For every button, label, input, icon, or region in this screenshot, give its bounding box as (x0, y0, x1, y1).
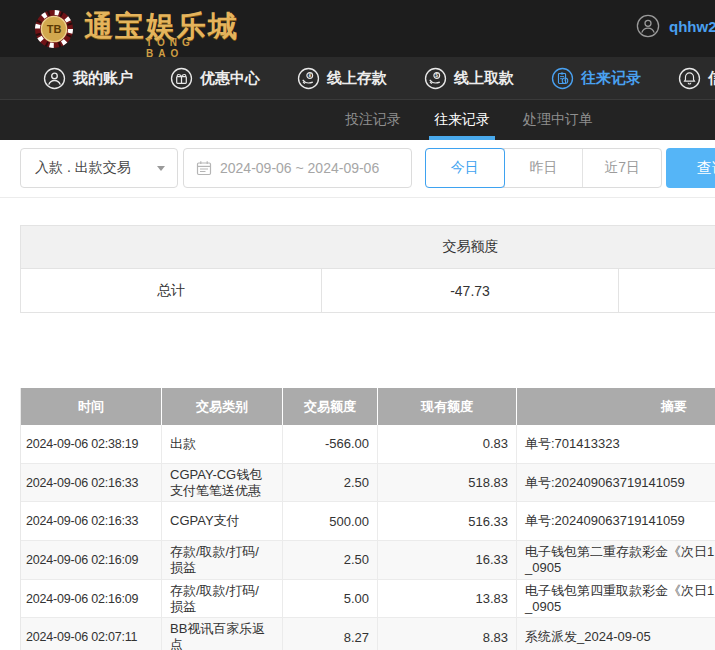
summary-cell: 单号:202409063719141059 (517, 502, 715, 540)
summary-table: 交易额度 总计 -47.73 (20, 225, 715, 313)
casino-chip-icon: TB (34, 9, 74, 49)
search-button[interactable]: 查询 (666, 148, 715, 188)
balance-cell: 8.83 (378, 618, 517, 650)
summary-cell: 电子钱包第四重取款彩金《次日1 _0905 (517, 580, 715, 618)
type-cell: 存款/取款/打码/ 损益 (162, 541, 283, 579)
table-row: 2024-09-06 02:16:33CGPAY支付500.00516.33单号… (21, 502, 715, 541)
table-row: 2024-09-06 02:16:09存款/取款/打码/ 损益2.5016.33… (21, 541, 715, 580)
svg-text:¥: ¥ (308, 73, 311, 78)
username[interactable]: qhhw2 (669, 18, 715, 35)
nav-item-promo[interactable]: 优惠中心 (170, 67, 260, 90)
nav-item-label: 往来记录 (581, 69, 641, 88)
page: TB 通宝娱乐城 TONG BAO qhhw2 我的账户优惠中心¥线上存款$线上… (0, 0, 715, 650)
gift-icon (170, 67, 193, 90)
withdraw-icon: $ (424, 67, 447, 90)
bell-icon (678, 67, 701, 90)
summary-total-value: -47.73 (322, 269, 619, 312)
type-cell: CGPAY支付 (162, 502, 283, 540)
type-cell: 存款/取款/打码/ 损益 (162, 580, 283, 618)
transaction-type-value: 入款 . 出款交易 (35, 159, 157, 177)
quick-range-group: 今日昨日近7日 (425, 148, 662, 188)
balance-cell: 13.83 (378, 580, 517, 618)
records-icon (551, 67, 574, 90)
balance-cell: 16.33 (378, 541, 517, 579)
nav-item-label: 线上存款 (327, 69, 387, 88)
summary-total-label: 总计 (21, 269, 322, 312)
column-header: 摘要 (517, 388, 715, 425)
quick-range-button-2[interactable]: 近7日 (582, 149, 661, 187)
user-icon (43, 67, 66, 90)
amount-cell: 2.50 (283, 541, 378, 579)
nav-item-label: 我的账户 (73, 69, 133, 88)
transactions-table: 时间交易类别交易额度现有额度摘要 2024-09-06 02:38:19出款-5… (20, 388, 715, 650)
transactions-table-body: 2024-09-06 02:38:19出款-566.000.83单号:70141… (21, 425, 715, 650)
column-header: 交易额度 (283, 388, 378, 425)
balance-cell: 518.83 (378, 464, 517, 502)
table-row: 2024-09-06 02:07:11BB视讯百家乐返 点8.278.83系统派… (21, 618, 715, 650)
column-header: 现有额度 (378, 388, 517, 425)
top-bar: TB 通宝娱乐城 TONG BAO qhhw2 (0, 0, 715, 57)
summary-cell: 单号:701413323 (517, 425, 715, 463)
time-cell: 2024-09-06 02:16:09 (21, 580, 162, 618)
svg-text:TB: TB (47, 23, 62, 35)
type-cell: 出款 (162, 425, 283, 463)
summary-cell: 电子钱包第二重存款彩金《次日1 _0905 (517, 541, 715, 579)
column-header: 时间 (21, 388, 162, 425)
transactions-table-header: 时间交易类别交易额度现有额度摘要 (21, 388, 715, 425)
deposit-icon: ¥ (297, 67, 320, 90)
nav-item-deposit[interactable]: ¥线上存款 (297, 67, 387, 90)
brand-text: 通宝娱乐城 TONG BAO (84, 8, 239, 50)
search-button-label: 查询 (697, 159, 715, 178)
summary-header-row: 交易额度 (21, 226, 715, 269)
balance-cell: 0.83 (378, 425, 517, 463)
caret-down-icon (157, 166, 165, 171)
brand-name-en: TONG BAO (146, 37, 239, 59)
summary-cell: 单号:202409063719141059 (517, 464, 715, 502)
transaction-type-select[interactable]: 入款 . 出款交易 (20, 148, 178, 188)
date-range-value: 2024-09-06 ~ 2024-09-06 (220, 160, 379, 176)
amount-cell: 8.27 (283, 618, 378, 650)
nav-item-label: 信息 (708, 69, 715, 88)
column-header: 交易类别 (162, 388, 283, 425)
user-account[interactable]: qhhw2 (636, 14, 715, 38)
summary-total-row: 总计 -47.73 (21, 269, 715, 312)
balance-cell: 516.33 (378, 502, 517, 540)
brand-logo[interactable]: TB 通宝娱乐城 TONG BAO (34, 8, 239, 50)
time-cell: 2024-09-06 02:38:19 (21, 425, 162, 463)
quick-range-button-1[interactable]: 昨日 (504, 149, 583, 187)
nav-item-label: 线上取款 (454, 69, 514, 88)
amount-cell: 2.50 (283, 464, 378, 502)
svg-text:$: $ (435, 72, 438, 78)
quick-range-button-0[interactable]: 今日 (425, 148, 505, 188)
amount-cell: 500.00 (283, 502, 378, 540)
table-row: 2024-09-06 02:16:33CGPAY-CG钱包 支付笔笔送优惠2.5… (21, 464, 715, 503)
tab-processing[interactable]: 处理中订单 (523, 100, 593, 140)
nav-item-withdraw[interactable]: $线上取款 (424, 67, 514, 90)
amount-cell: -566.00 (283, 425, 378, 463)
user-avatar-icon (636, 14, 660, 38)
type-cell: BB视讯百家乐返 点 (162, 618, 283, 650)
filter-bar: 入款 . 出款交易 2024-09-06 ~ 2024-09-06 今日昨日近7… (0, 148, 715, 188)
time-cell: 2024-09-06 02:16:33 (21, 502, 162, 540)
nav-item-records[interactable]: 往来记录 (551, 67, 641, 90)
time-cell: 2024-09-06 02:16:33 (21, 464, 162, 502)
table-row: 2024-09-06 02:16:09存款/取款/打码/ 损益5.0013.83… (21, 580, 715, 619)
main-nav: 我的账户优惠中心¥线上存款$线上取款往来记录信息 (0, 57, 715, 99)
section-divider (0, 197, 715, 198)
nav-item-notice[interactable]: 信息 (678, 67, 715, 90)
sub-tab-bar: 投注记录往来记录处理中订单 (0, 99, 715, 140)
calendar-icon (196, 160, 212, 176)
summary-cell: 系统派发_2024-09-05 (517, 618, 715, 650)
type-cell: CGPAY-CG钱包 支付笔笔送优惠 (162, 464, 283, 502)
nav-item-account[interactable]: 我的账户 (43, 67, 133, 90)
summary-title: 交易额度 (322, 226, 619, 268)
table-row: 2024-09-06 02:38:19出款-566.000.83单号:70141… (21, 425, 715, 464)
nav-item-label: 优惠中心 (200, 69, 260, 88)
tab-bets[interactable]: 投注记录 (345, 100, 401, 140)
time-cell: 2024-09-06 02:07:11 (21, 618, 162, 650)
tab-records[interactable]: 往来记录 (434, 100, 490, 140)
date-range-input[interactable]: 2024-09-06 ~ 2024-09-06 (183, 148, 412, 188)
time-cell: 2024-09-06 02:16:09 (21, 541, 162, 579)
amount-cell: 5.00 (283, 580, 378, 618)
